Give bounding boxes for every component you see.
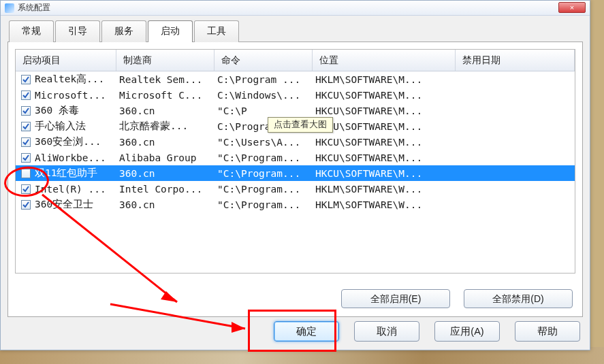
cell-manufacturer: 360.cn <box>119 199 217 210</box>
cell-location: HKCU\SOFTWARE\M... <box>315 121 458 132</box>
close-button[interactable]: × <box>558 2 586 13</box>
cell-command: "C:\Program... <box>217 152 315 163</box>
row-checkbox[interactable] <box>21 184 31 194</box>
row-checkbox[interactable] <box>21 200 31 210</box>
table-row[interactable]: 360安全卫士360.cn"C:\Program...HKLM\SOFTWARE… <box>16 197 575 212</box>
row-checkbox[interactable] <box>21 106 31 116</box>
column-manufacturer[interactable]: 制造商 <box>116 50 214 71</box>
cell-manufacturer: Realtek Sem... <box>119 74 217 85</box>
column-command[interactable]: 命令 <box>214 50 313 71</box>
app-icon <box>5 3 14 13</box>
table-row[interactable]: Microsoft...Microsoft C...C:\Windows\...… <box>16 87 575 103</box>
column-disabled-date[interactable]: 禁用日期 <box>456 50 575 71</box>
cell-manufacturer: 360.cn <box>119 168 217 179</box>
cell-item: Microsoft... <box>35 90 119 101</box>
cell-item: 手心输入法 <box>35 120 119 133</box>
column-location[interactable]: 位置 <box>313 50 456 71</box>
cell-manufacturer: Microsoft C... <box>119 90 217 101</box>
cell-location: HKLM\SOFTWARE\W... <box>315 199 458 210</box>
cell-location: HKCU\SOFTWARE\M... <box>315 105 458 116</box>
row-checkbox[interactable] <box>21 169 31 178</box>
cell-command: "C:\Program... <box>217 199 315 210</box>
cell-location: HKLM\SOFTWARE\W... <box>315 184 458 195</box>
table-row[interactable]: Realtek高...Realtek Sem...C:\Program ...H… <box>16 71 575 87</box>
cell-manufacturer: 360.cn <box>119 137 217 148</box>
listview-header: 启动项目 制造商 命令 位置 禁用日期 <box>16 50 575 71</box>
cell-manufacturer: Intel Corpo... <box>119 184 217 195</box>
table-row[interactable]: 360 杀毒360.cn"C:\PHKCU\SOFTWARE\M... <box>16 103 575 118</box>
column-item[interactable]: 启动项目 <box>16 50 116 71</box>
cell-item: 360安全卫士 <box>35 198 119 211</box>
row-checkbox[interactable] <box>21 75 31 84</box>
cell-location: HKCU\SOFTWARE\M... <box>315 90 458 101</box>
cancel-button[interactable]: 取消 <box>354 321 419 342</box>
cell-command: C:\Program ... <box>217 74 315 85</box>
row-checkbox[interactable] <box>21 90 31 100</box>
tab-boot[interactable]: 引导 <box>55 20 100 42</box>
cell-command: "C:\Program... <box>217 168 315 179</box>
tab-general[interactable]: 常规 <box>9 20 54 42</box>
row-checkbox[interactable] <box>21 122 31 131</box>
cell-command: "C:\Program... <box>217 184 315 195</box>
cell-location: HKCU\SOFTWARE\M... <box>315 168 458 179</box>
cell-item: Realtek高... <box>35 73 119 86</box>
tab-tools[interactable]: 工具 <box>194 20 239 42</box>
table-row[interactable]: AliWorkbe...Alibaba Group"C:\Program...H… <box>16 150 575 165</box>
cell-manufacturer: Alibaba Group <box>119 152 217 163</box>
tab-services[interactable]: 服务 <box>101 20 146 42</box>
ok-button[interactable]: 确定 <box>274 321 339 342</box>
disable-all-button[interactable]: 全部禁用(D) <box>464 289 573 308</box>
cell-item: AliWorkbe... <box>35 152 119 163</box>
startup-listview[interactable]: 启动项目 制造商 命令 位置 禁用日期 Realtek高...Realtek S… <box>15 49 575 274</box>
cell-command: "C:\Users\A... <box>217 137 315 148</box>
cell-manufacturer: 北京酷睿蒙... <box>119 120 217 133</box>
cell-location: HKCU\SOFTWARE\M... <box>315 137 458 148</box>
row-checkbox[interactable] <box>21 153 31 163</box>
cell-command: "C:\P <box>217 105 315 116</box>
titlebar: 系统配置 × <box>1 1 590 16</box>
enable-all-button[interactable]: 全部启用(E) <box>341 289 450 308</box>
tab-startup[interactable]: 启动 <box>148 20 193 42</box>
cell-item: 360安全浏... <box>35 135 119 148</box>
cell-manufacturer: 360.cn <box>119 105 217 116</box>
tabpage-startup: 启动项目 制造商 命令 位置 禁用日期 Realtek高...Realtek S… <box>7 42 583 317</box>
listview-body: Realtek高...Realtek Sem...C:\Program ...H… <box>16 71 575 212</box>
table-row[interactable]: Intel(R) ...Intel Corpo..."C:\Program...… <box>16 181 575 197</box>
msconfig-window: 系统配置 × 常规 引导 服务 启动 工具 启动项目 制造商 命令 位置 禁用日… <box>0 0 590 350</box>
cell-location: HKCU\SOFTWARE\M... <box>315 152 458 163</box>
table-row[interactable]: 双11红包助手360.cn"C:\Program...HKCU\SOFTWARE… <box>16 165 575 181</box>
cell-command: C:\Windows\... <box>217 90 315 101</box>
cell-item: 双11红包助手 <box>35 167 119 180</box>
cell-item: Intel(R) ... <box>35 184 119 195</box>
cell-location: HKLM\SOFTWARE\M... <box>315 74 458 85</box>
cell-item: 360 杀毒 <box>35 104 119 117</box>
tooltip: 点击查看大图 <box>268 117 333 133</box>
table-row[interactable]: 360安全浏...360.cn"C:\Users\A...HKCU\SOFTWA… <box>16 134 575 150</box>
tabstrip: 常规 引导 服务 启动 工具 <box>9 20 583 42</box>
row-checkbox[interactable] <box>21 137 31 147</box>
window-title: 系统配置 <box>18 2 50 14</box>
help-button[interactable]: 帮助 <box>515 321 580 342</box>
apply-button[interactable]: 应用(A) <box>434 321 500 342</box>
